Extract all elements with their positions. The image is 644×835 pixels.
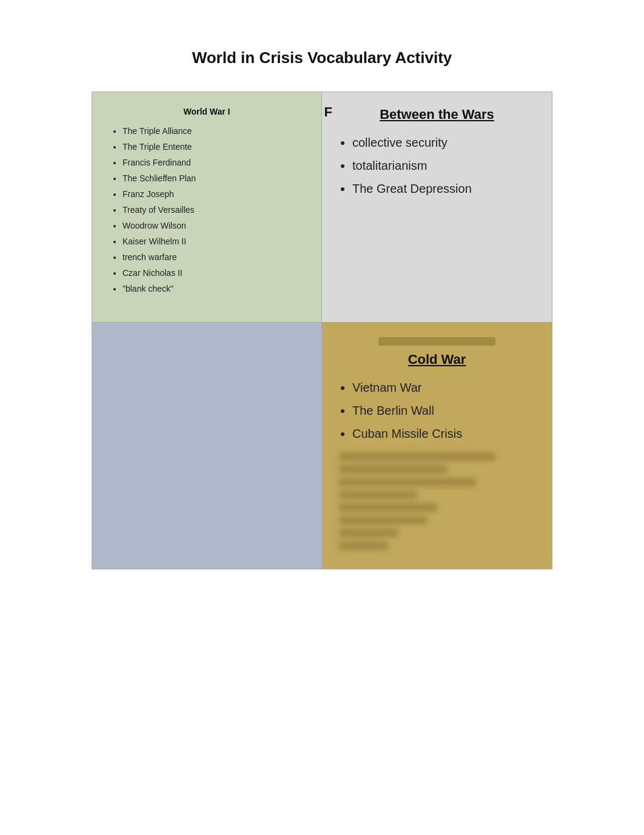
list-item: Franz Joseph: [122, 188, 304, 201]
page-title: World in Crisis Vocabulary Activity: [192, 49, 452, 67]
cold-list: Vietnam War The Berlin Wall Cuban Missil…: [339, 378, 535, 443]
list-item: totalitarianism: [352, 156, 535, 175]
vocabulary-grid: World War I F The Triple Alliance The Tr…: [92, 92, 552, 569]
ww1-list: The Triple Alliance The Triple Entente F…: [109, 125, 304, 295]
list-item: The Triple Alliance: [122, 125, 304, 138]
list-item: collective security: [352, 133, 535, 152]
ww1-header: World War I: [109, 107, 304, 116]
list-item: trench warfare: [122, 251, 304, 264]
list-item: Kaiser Wilhelm II: [122, 235, 304, 248]
btw-list: collective security totalitarianism The …: [339, 133, 535, 198]
list-item: The Triple Entente: [122, 141, 304, 153]
btw-header: Between the Wars: [339, 107, 535, 122]
list-item: The Great Depression: [352, 179, 535, 198]
cold-header: Cold War: [339, 352, 535, 367]
cell-between-wars: Between the Wars collective security tot…: [322, 92, 552, 323]
blurred-top: [339, 337, 535, 346]
list-item: The Berlin Wall: [352, 401, 535, 420]
cell-blank: [92, 323, 322, 569]
list-item: Czar Nicholas II: [122, 267, 304, 280]
cell-world-war-1: World War I F The Triple Alliance The Tr…: [92, 92, 322, 323]
blurred-bottom: [339, 452, 535, 550]
list-item: Treaty of Versailles: [122, 204, 304, 216]
list-item: "blank check": [122, 283, 304, 295]
list-item: Vietnam War: [352, 378, 535, 397]
cell-cold-war: Cold War Vietnam War The Berlin Wall Cub…: [322, 323, 552, 569]
f-label: F: [324, 104, 332, 120]
list-item: Francis Ferdinand: [122, 156, 304, 169]
list-item: The Schlieffen Plan: [122, 172, 304, 185]
list-item: Woodrow Wilson: [122, 220, 304, 232]
list-item: Cuban Missile Crisis: [352, 424, 535, 443]
